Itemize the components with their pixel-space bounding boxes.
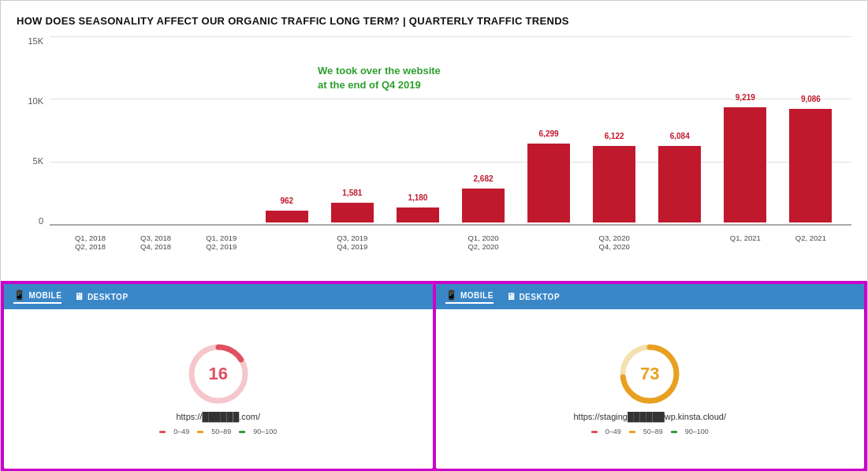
y-label-5k: 5K	[33, 156, 48, 166]
bar-11: 9,086	[789, 109, 832, 222]
bar-group-11: 9,086	[778, 109, 844, 222]
legend-text-right-0: 0–49	[605, 428, 621, 435]
x-group-2: Q1, 2019Q2, 2019	[188, 230, 254, 265]
bar-label-5: 1,180	[408, 193, 427, 202]
bar-4: 1,581	[331, 203, 374, 222]
bar-7: 6,299	[527, 144, 570, 222]
legend-text-left-0: 0–49	[173, 428, 189, 435]
x-group-10: Q1, 2021	[713, 230, 778, 265]
legend-dot-left-0	[159, 431, 166, 433]
x-group-6: Q1, 2020Q2, 2020	[450, 230, 516, 265]
panel-header-left: 📱MOBILE🖥DESKTOP	[4, 284, 433, 309]
x-group-3	[254, 230, 319, 265]
x-label-top-2: Q1, 2019	[206, 234, 237, 242]
tab-label-left-1: DESKTOP	[88, 293, 129, 301]
tab-icon-left-1: 🖥	[74, 291, 84, 302]
x-group-8: Q3, 2020Q4, 2020	[582, 230, 647, 265]
x-group-0: Q1, 2018Q2, 2018	[58, 230, 123, 265]
bar-5: 1,180	[397, 207, 439, 222]
chart-title: HOW DOES SEASONALITY AFFECT OUR ORGANIC …	[17, 15, 851, 27]
x-label-top-6: Q1, 2020	[468, 234, 498, 242]
x-label-bot-2: Q2, 2019	[206, 242, 237, 251]
bar-3: 962	[266, 211, 308, 222]
bar-label-6: 2,682	[473, 174, 493, 183]
speed-panel-right: 📱MOBILE🖥DESKTOP73https://staging██████wp…	[436, 284, 865, 469]
bar-group-6: 2,682	[450, 189, 516, 222]
x-group-9	[647, 230, 713, 265]
panel-body-right: 73https://staging██████wp.kinsta.cloud/0…	[436, 309, 865, 469]
speed-panel-left: 📱MOBILE🖥DESKTOP16https://██████.com/0–49…	[4, 284, 433, 469]
chart-section: HOW DOES SEASONALITY AFFECT OUR ORGANIC …	[1, 1, 867, 281]
tab-label-left-0: MOBILE	[29, 291, 62, 300]
y-label-10k: 10K	[28, 96, 48, 106]
bar-label-9: 6,084	[670, 132, 690, 140]
x-label-bot-6: Q2, 2020	[468, 242, 498, 251]
x-group-5	[385, 230, 450, 265]
y-label-15k: 15K	[28, 36, 48, 46]
legend-text-left-1: 50–89	[211, 428, 231, 435]
tab-left-desktop[interactable]: 🖥DESKTOP	[74, 291, 128, 302]
x-group-1: Q3, 2018Q4, 2018	[123, 230, 188, 265]
legend-text-right-2: 90–100	[685, 428, 709, 435]
bar-8: 6,122	[593, 146, 635, 222]
chart-area: 15K 10K 5K 0 9621,5811,1802,6826,2996,12…	[17, 36, 851, 265]
x-label-top-10: Q1, 2021	[730, 234, 761, 242]
gauge-right: 73	[618, 342, 681, 406]
tab-icon-right-1: 🖥	[506, 291, 516, 302]
chart-plot: 9621,5811,1802,6826,2996,1226,0849,2199,…	[50, 36, 851, 226]
main-wrapper: HOW DOES SEASONALITY AFFECT OUR ORGANIC …	[0, 0, 868, 471]
y-label-0: 0	[39, 216, 48, 226]
x-label-bot-1: Q4, 2018	[140, 242, 171, 251]
bar-6: 2,682	[462, 189, 505, 222]
tab-icon-right-0: 📱	[445, 290, 458, 301]
bar-10: 9,219	[724, 107, 766, 222]
bars-container: 9621,5811,1802,6826,2996,1226,0849,2199,…	[50, 36, 851, 222]
tab-left-mobile[interactable]: 📱MOBILE	[13, 290, 61, 304]
panel-body-left: 16https://██████.com/0–4950–8990–100	[4, 309, 433, 469]
x-label-top-8: Q3, 2020	[599, 234, 630, 242]
gauge-value-left: 16	[209, 364, 228, 384]
tab-label-right-0: MOBILE	[460, 291, 494, 300]
bar-label-3: 962	[280, 196, 293, 205]
panel-url-left: https://██████.com/	[176, 412, 260, 421]
bar-label-10: 9,219	[736, 93, 755, 102]
panel-url-right: https://staging██████wp.kinsta.cloud/	[573, 412, 726, 421]
bottom-section: 📱MOBILE🖥DESKTOP16https://██████.com/0–49…	[1, 281, 867, 471]
tab-right-mobile[interactable]: 📱MOBILE	[445, 290, 494, 304]
panel-header-right: 📱MOBILE🖥DESKTOP	[436, 284, 865, 309]
bar-group-10: 9,219	[713, 107, 778, 222]
bar-group-4: 1,581	[319, 203, 385, 222]
x-group-7	[516, 230, 582, 265]
gauge-value-right: 73	[640, 364, 659, 384]
bar-label-8: 6,122	[605, 132, 624, 140]
y-axis: 15K 10K 5K 0	[17, 36, 48, 226]
panel-legend-left: 0–4950–8990–100	[159, 428, 277, 435]
tab-label-right-1: DESKTOP	[519, 293, 560, 301]
x-group-11: Q2, 2021	[778, 230, 844, 265]
x-label-top-1: Q3, 2018	[140, 234, 171, 242]
x-label-top-0: Q1, 2018	[75, 234, 106, 242]
x-axis: Q1, 2018Q2, 2018Q3, 2018Q4, 2018Q1, 2019…	[50, 230, 851, 265]
panel-legend-right: 0–4950–8990–100	[591, 428, 709, 435]
x-label-bot-0: Q2, 2018	[75, 242, 106, 251]
legend-dot-right-1	[629, 431, 635, 433]
gauge-left: 16	[187, 342, 250, 406]
legend-dot-left-2	[239, 431, 245, 433]
bar-9: 6,084	[658, 146, 701, 222]
bar-group-5: 1,180	[385, 207, 450, 222]
bar-group-7: 6,299	[516, 144, 582, 222]
bar-label-11: 9,086	[801, 95, 821, 103]
x-group-4: Q3, 2019Q4, 2019	[319, 230, 385, 265]
bar-group-9: 6,084	[647, 146, 713, 222]
legend-text-left-2: 90–100	[253, 428, 277, 435]
bar-group-8: 6,122	[582, 146, 647, 222]
x-label-top-4: Q3, 2019	[337, 234, 367, 242]
tab-right-desktop[interactable]: 🖥DESKTOP	[506, 291, 560, 302]
bar-group-3: 962	[254, 211, 319, 222]
legend-dot-right-0	[591, 431, 598, 433]
tab-icon-left-0: 📱	[13, 290, 26, 301]
legend-dot-right-2	[671, 431, 677, 433]
bar-label-4: 1,581	[342, 189, 362, 197]
legend-text-right-1: 50–89	[643, 428, 663, 435]
x-label-bot-11: Q2, 2021	[795, 234, 826, 242]
